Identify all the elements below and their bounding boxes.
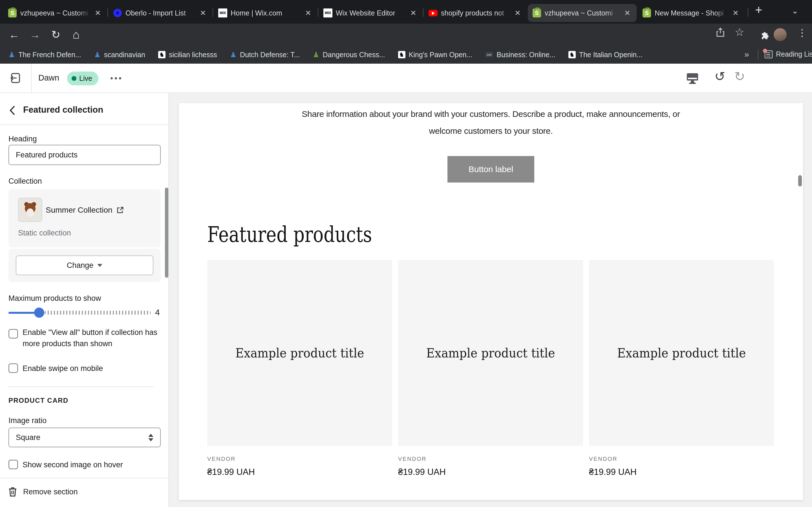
bookmark-star-icon[interactable]: ☆ <box>735 26 744 38</box>
reading-list-icon <box>765 50 772 58</box>
slider-dotted-track <box>45 311 151 315</box>
bookmark-item[interactable]: ♟ The French Defen... <box>8 51 81 59</box>
tab-close-icon[interactable]: ✕ <box>93 8 103 18</box>
bookmark-item[interactable]: ♞ King's Pawn Open... <box>398 51 472 59</box>
divider <box>0 478 169 478</box>
preview-background: Share information about your brand with … <box>169 93 812 507</box>
tab-close-icon[interactable]: ✕ <box>731 8 741 18</box>
redo-icon[interactable]: ↻ <box>734 69 745 84</box>
device-preview-icon[interactable] <box>686 71 699 84</box>
preview-button[interactable]: Button label <box>448 156 534 182</box>
tab-close-icon[interactable]: ✕ <box>198 8 208 18</box>
preview-scrollbar[interactable] <box>798 175 802 186</box>
divider <box>8 386 154 387</box>
tab-title: shopify products not <box>441 9 510 17</box>
settings-sidebar: Featured collection Heading Collection S… <box>0 93 169 507</box>
reload-icon[interactable]: ↻ <box>48 24 64 46</box>
product-vendor: VENDOR <box>207 456 236 462</box>
tab-separator <box>107 8 108 17</box>
bookmark-item[interactable]: edx Business: Online... <box>485 51 555 59</box>
new-tab-button[interactable]: + <box>755 3 762 17</box>
shopify-favicon: S <box>532 8 541 17</box>
collection-link[interactable]: Summer Collection <box>46 206 124 215</box>
external-link-icon[interactable] <box>116 207 124 214</box>
bookmark-item[interactable]: ♟ Dangerous Chess... <box>313 51 385 59</box>
browser-tab[interactable]: shopify products not ✕ <box>424 4 527 22</box>
remove-section-label: Remove section <box>23 488 78 496</box>
bookmark-item[interactable]: ♞ sicilian lichesss <box>158 51 217 59</box>
browser-tab[interactable]: S vzhupeeva ~ Customi ✕ <box>3 4 107 22</box>
remove-section-button[interactable]: Remove section <box>8 487 78 497</box>
theme-name: Dawn <box>38 73 59 82</box>
bookmark-label: Dutch Defense: T... <box>240 51 300 59</box>
exit-editor-button[interactable] <box>0 64 32 93</box>
tab-close-icon[interactable]: ✕ <box>303 8 313 18</box>
wix-favicon: WIX <box>323 8 333 17</box>
browser-tab-active[interactable]: S vzhupeeva ~ Customi ✕ <box>528 4 637 22</box>
product-card[interactable]: Example product title <box>589 260 774 446</box>
exit-door-icon <box>10 72 21 84</box>
select-arrows-icon <box>148 434 153 441</box>
undo-icon[interactable]: ↺ <box>714 69 725 84</box>
max-products-slider[interactable]: 4 <box>8 307 161 318</box>
browser-tab[interactable]: WIX Home | Wix.com ✕ <box>214 4 317 22</box>
browser-tab[interactable]: S New Message - Shopi ✕ <box>638 4 745 22</box>
browser-tab[interactable]: WIX Wix Website Editor ✕ <box>319 4 423 22</box>
lichess-knight-icon: ♞ <box>158 51 165 58</box>
back-button[interactable] <box>8 105 16 116</box>
back-icon[interactable]: ← <box>6 24 22 46</box>
second-image-checkbox[interactable] <box>8 460 18 469</box>
reading-list-button[interactable]: Reading List <box>765 50 812 58</box>
share-icon[interactable] <box>716 27 725 37</box>
wix-favicon: WIX <box>218 8 227 17</box>
image-ratio-label: Image ratio <box>8 416 47 425</box>
tab-search-chevron-icon[interactable]: ⌄ <box>792 6 798 15</box>
browser-menu-icon[interactable]: ⋮ <box>797 27 807 38</box>
product-price: ₴19.99 UAH <box>398 467 446 477</box>
product-card[interactable]: Example product title <box>398 260 583 446</box>
theme-actions-menu[interactable] <box>110 77 121 79</box>
swipe-mobile-checkbox-label: Enable swipe on mobile <box>22 363 103 374</box>
collection-card: Summer Collection Static collection <box>8 189 161 247</box>
view-all-checkbox[interactable] <box>8 329 18 339</box>
bookmarks-overflow-chevrons[interactable]: » <box>744 50 749 59</box>
bookmark-item[interactable]: ♞ The Italian Openin... <box>568 51 643 59</box>
tab-close-icon[interactable]: ✕ <box>622 8 632 18</box>
product-price: ₴19.99 UAH <box>589 467 637 477</box>
product-vendor: VENDOR <box>398 456 426 462</box>
swipe-mobile-checkbox[interactable] <box>8 363 18 373</box>
browser-tab[interactable]: Oberlo - Import List ✕ <box>109 4 212 22</box>
change-collection-button[interactable]: Change <box>16 256 153 275</box>
edx-icon: edx <box>485 52 493 57</box>
bookmark-item[interactable]: ♟ Dutch Defense: T... <box>230 51 300 59</box>
max-products-label: Maximum products to show <box>8 294 101 303</box>
extensions-puzzle-icon[interactable] <box>760 30 770 40</box>
home-icon[interactable]: ⌂ <box>68 24 84 46</box>
forward-icon[interactable]: → <box>27 24 43 46</box>
rich-text-line1: Share information about your brand with … <box>179 109 803 119</box>
product-title: Example product title <box>236 346 364 360</box>
image-ratio-value: Square <box>16 433 40 442</box>
sidebar-title: Featured collection <box>23 105 103 115</box>
product-card-section-header: PRODUCT CARD <box>8 397 68 404</box>
product-title: Example product title <box>426 346 555 360</box>
screen: S vzhupeeva ~ Customi ✕ Oberlo - Import … <box>0 0 812 507</box>
heading-input[interactable] <box>8 145 161 165</box>
sidebar-scrollbar[interactable] <box>165 187 168 278</box>
image-ratio-select[interactable]: Square <box>8 428 161 447</box>
tab-close-icon[interactable]: ✕ <box>409 8 418 18</box>
slider-thumb[interactable] <box>34 307 44 318</box>
tab-separator <box>748 8 748 17</box>
rich-text-line2: welcome customers to your store. <box>179 126 803 136</box>
trash-icon <box>8 487 17 497</box>
product-card[interactable]: Example product title <box>207 260 392 446</box>
collection-label: Collection <box>8 177 42 186</box>
heading-label: Heading <box>8 135 37 144</box>
theme-editor-header: Dawn Live Home page ↺ ↻ Save <box>0 64 812 93</box>
profile-avatar[interactable] <box>774 28 786 41</box>
browser-tab-bar: S vzhupeeva ~ Customi ✕ Oberlo - Import … <box>0 0 812 24</box>
bookmark-item[interactable]: ♟ scandinavian <box>94 51 145 59</box>
live-dot-icon <box>71 76 77 81</box>
tab-title: Oberlo - Import List <box>125 9 195 17</box>
tab-close-icon[interactable]: ✕ <box>513 8 522 18</box>
